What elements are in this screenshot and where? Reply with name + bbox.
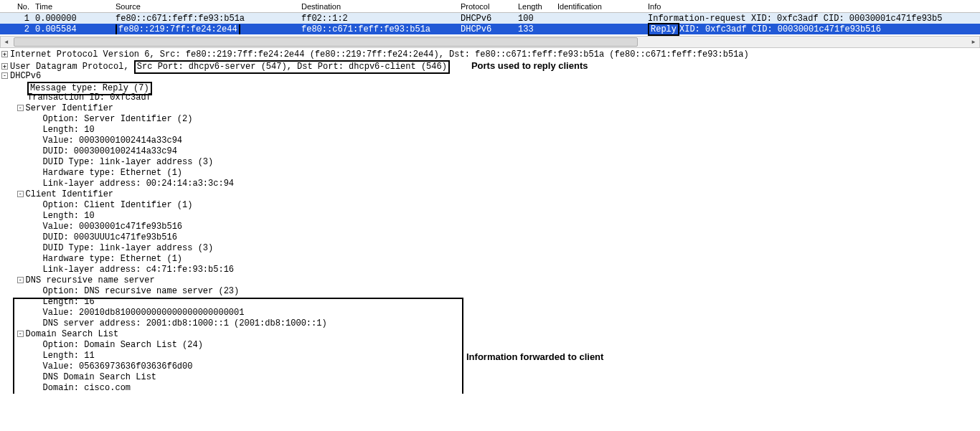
tree-line[interactable]: Transaction ID: 0xfc3adf <box>0 93 980 103</box>
collapse-icon[interactable]: - <box>17 277 24 283</box>
tree-text: Length: 10 <box>43 125 95 135</box>
cell-proto: DHCPv6 <box>458 14 515 24</box>
tree-text: DHCPv6 <box>10 71 41 81</box>
cell-no: 2 <box>0 24 32 34</box>
highlight-box: fe80::219:7ff:fe24:2e44 <box>116 24 240 34</box>
tree-line[interactable]: Option: Domain Search List (24) <box>0 340 980 351</box>
tree-text: Length: 11 <box>43 351 95 361</box>
cell-dest: ff02::1:2 <box>298 14 458 24</box>
tree-text: Internet Protocol Version 6, Src: fe80::… <box>10 49 749 60</box>
tree-line[interactable]: -Server Identifier <box>0 103 980 114</box>
cell-source: fe80::c671:feff:fe93:b51a <box>113 14 298 24</box>
column-header-time[interactable]: Time <box>32 1 113 11</box>
tree-line[interactable]: DUID: 0003UUU1c471fe93b516 <box>0 232 980 243</box>
tree-line[interactable]: Length: 10 <box>0 211 980 222</box>
collapse-icon[interactable]: - <box>17 331 24 337</box>
scroll-thumb[interactable] <box>14 37 638 47</box>
tree-text: DNS recursive name server <box>26 275 155 285</box>
tree-text: Length: 16 <box>43 297 95 307</box>
tree-line[interactable]: Length: 16 <box>0 297 980 308</box>
collapse-icon[interactable]: - <box>17 105 24 111</box>
tree-line[interactable]: Option: Server Identifier (2) <box>0 114 980 125</box>
packet-list-header: No. Time Source Destination Protocol Len… <box>0 0 980 13</box>
tree-text: Length: 10 <box>43 211 95 221</box>
tree-line[interactable]: +Internet Protocol Version 6, Src: fe80:… <box>0 49 980 60</box>
tree-text: Server Identifier <box>26 103 113 113</box>
tree-line[interactable]: Link-layer address: c4:71:fe:93:b5:16 <box>0 265 980 275</box>
annotation-ports: Ports used to reply clients <box>471 60 588 71</box>
packet-row-selected[interactable]: 2 0.005584 fe80::219:7ff:fe24:2e44 fe80:… <box>0 24 980 34</box>
tree-line[interactable]: -DNS recursive name server <box>0 275 980 286</box>
cell-info-rest: XID: 0xfc3adf CID: 00030001c471fe93b516 <box>679 24 881 34</box>
tree-line[interactable]: Value: 00030001002414a33c94 <box>0 136 980 146</box>
tree-line[interactable]: Domain: cisco.com <box>0 383 980 394</box>
tree-text: DUID Type: link-layer address (3) <box>43 157 214 167</box>
tree-line[interactable]: Link-layer address: 00:24:14:a3:3c:94 <box>0 179 980 189</box>
tree-line[interactable]: Value: 20010db8100000000000000000000001 <box>0 308 980 318</box>
tree-text: Hardware type: Ethernet (1) <box>43 168 182 178</box>
column-header-length[interactable]: Length <box>515 1 555 11</box>
tree-text: Value: 05636973636f03636f6d00 <box>43 361 193 371</box>
cell-info: Reply XID: 0xfc3adf CID: 00030001c471fe9… <box>645 23 980 36</box>
packet-list: No. Time Source Destination Protocol Len… <box>0 0 980 48</box>
tree-line[interactable]: Option: Client Identifier (1) <box>0 200 980 211</box>
expand-icon[interactable]: + <box>1 51 8 57</box>
tree-line[interactable]: +User Datagram Protocol, Src Port: dhcpv… <box>0 60 980 71</box>
tree-text: DNS Domain Search List <box>43 372 156 382</box>
tree-line[interactable]: Length: 10 <box>0 125 980 136</box>
expand-icon[interactable]: + <box>1 63 8 70</box>
tree-text: Option: DNS recursive name server (23) <box>43 286 240 296</box>
cell-no: 1 <box>0 14 32 24</box>
column-header-ident[interactable]: Identification <box>555 1 645 11</box>
column-header-info[interactable]: Info <box>645 1 980 11</box>
cell-proto: DHCPv6 <box>458 24 515 34</box>
tree-line[interactable]: Hardware type: Ethernet (1) <box>0 254 980 265</box>
tree-text: DNS server address: 2001:db8:1000::1 (20… <box>43 318 327 328</box>
tree-line[interactable]: DNS Domain Search List <box>0 372 980 383</box>
tree-text: Value: 00030001c471fe93b516 <box>43 222 182 232</box>
scroll-left-icon[interactable]: ◄ <box>1 37 12 47</box>
cell-source: fe80::219:7ff:fe24:2e44 <box>113 24 298 34</box>
tree-line[interactable]: -Domain Search List <box>0 329 980 340</box>
collapse-icon[interactable]: - <box>1 72 8 79</box>
packet-details-pane[interactable]: +Internet Protocol Version 6, Src: fe80:… <box>0 48 980 394</box>
tree-line[interactable]: -Client Identifier <box>0 189 980 200</box>
column-header-dest[interactable]: Destination <box>298 1 458 11</box>
tree-line[interactable]: DUID Type: link-layer address (3) <box>0 243 980 254</box>
tree-line[interactable]: Option: DNS recursive name server (23) <box>0 286 980 297</box>
horizontal-scrollbar[interactable]: ◄ ► <box>0 36 980 48</box>
tree-text: Transaction ID: 0xfc3adf <box>27 93 151 103</box>
column-header-proto[interactable]: Protocol <box>458 1 515 11</box>
tree-text: DUID Type: link-layer address (3) <box>43 243 214 253</box>
tree-text: Value: 00030001002414a33c94 <box>43 136 182 146</box>
tree-text: Client Identifier <box>26 189 113 199</box>
cell-time: 0.000000 <box>32 14 113 24</box>
tree-line[interactable]: DUID: 00030001002414a33c94 <box>0 146 980 157</box>
cell-info: Information-request XID: 0xfc3adf CID: 0… <box>645 14 980 24</box>
highlight-box: Reply <box>648 23 679 36</box>
cell-dest: fe80::c671:feff:fe93:b51a <box>298 24 458 34</box>
tree-text: DUID: 00030001002414a33c94 <box>43 146 177 156</box>
collapse-icon[interactable]: - <box>17 191 24 197</box>
tree-text: Option: Domain Search List (24) <box>43 340 203 350</box>
tree-text: Hardware type: Ethernet (1) <box>43 254 182 264</box>
tree-text: User Datagram Protocol, <box>10 62 134 72</box>
column-header-source[interactable]: Source <box>113 1 298 11</box>
cell-time: 0.005584 <box>32 24 113 34</box>
tree-line[interactable]: Hardware type: Ethernet (1) <box>0 168 980 179</box>
tree-text: Domain: cisco.com <box>43 383 131 393</box>
cell-length: 133 <box>515 24 555 34</box>
tree-line[interactable]: DUID Type: link-layer address (3) <box>0 157 980 168</box>
tree-text: Link-layer address: 00:24:14:a3:3c:94 <box>43 179 234 189</box>
column-header-no[interactable]: No. <box>0 1 32 11</box>
scroll-right-icon[interactable]: ► <box>968 37 979 47</box>
tree-line[interactable]: Message type: Reply (7) <box>0 82 980 93</box>
cell-length: 100 <box>515 14 555 24</box>
tree-text: Link-layer address: c4:71:fe:93:b5:16 <box>43 265 234 275</box>
tree-text: Domain Search List <box>26 329 119 339</box>
tree-line[interactable]: Value: 00030001c471fe93b516 <box>0 222 980 232</box>
tree-text: DUID: 0003UUU1c471fe93b516 <box>43 232 177 242</box>
tree-line[interactable]: DNS server address: 2001:db8:1000::1 (20… <box>0 318 980 329</box>
tree-line[interactable]: Value: 05636973636f03636f6d00 <box>0 361 980 372</box>
tree-text: Option: Server Identifier (2) <box>43 114 193 124</box>
